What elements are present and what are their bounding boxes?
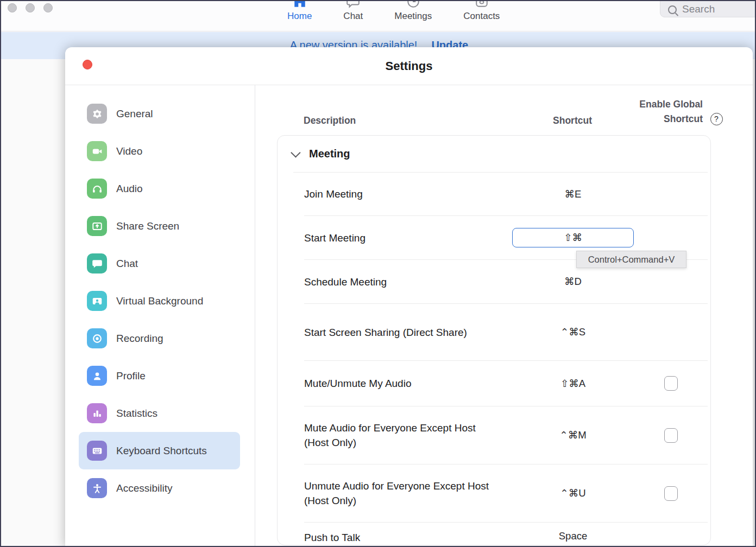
shortcut-row-push-to-talk: Push to Talk Space bbox=[278, 523, 710, 545]
headphones-icon bbox=[87, 179, 107, 199]
shortcut-row-start-screen-sharing: Start Screen Sharing (Direct Share) ⌃⌘S bbox=[278, 304, 710, 360]
row-description: Schedule Meeting bbox=[304, 275, 516, 289]
settings-sidebar: General Video Audio bbox=[65, 85, 255, 547]
row-description: Unmute Audio for Everyone Except Host (H… bbox=[304, 479, 516, 508]
row-description: Join Meeting bbox=[304, 187, 516, 201]
chevron-down-icon[interactable] bbox=[291, 148, 300, 157]
sidebar-item-label: Share Screen bbox=[116, 220, 179, 232]
app-topbar: Home Chat Meetings Contacts bbox=[1, 1, 756, 31]
sidebar-item-chat[interactable]: Chat bbox=[79, 245, 240, 282]
sidebar-item-label: Profile bbox=[116, 370, 146, 382]
global-shortcut-checkbox[interactable] bbox=[664, 428, 678, 443]
sidebar-item-label: Statistics bbox=[116, 408, 158, 419]
row-shortcut: ⌃⌘M bbox=[516, 429, 630, 441]
shortcut-row-join-meeting: Join Meeting ⌘E bbox=[278, 173, 710, 215]
shortcut-row-unmute-everyone: Unmute Audio for Everyone Except Host (H… bbox=[278, 465, 710, 522]
close-window-button[interactable] bbox=[8, 3, 17, 12]
search-input[interactable]: Search bbox=[660, 0, 756, 17]
keyboard-icon bbox=[87, 441, 107, 461]
screen: Home Chat Meetings Contacts bbox=[0, 0, 756, 547]
column-shortcut: Shortcut bbox=[515, 115, 629, 126]
row-shortcut: ⌃⌘U bbox=[516, 487, 630, 499]
search-placeholder: Search bbox=[682, 3, 715, 15]
column-description: Description bbox=[304, 115, 515, 126]
close-settings-button[interactable] bbox=[83, 60, 92, 69]
contact-card-icon bbox=[475, 1, 489, 10]
section-title: Meeting bbox=[309, 148, 350, 160]
sidebar-item-label: Recording bbox=[116, 333, 163, 345]
sidebar-item-label: Audio bbox=[116, 183, 143, 195]
chat-bubble-icon bbox=[346, 1, 360, 10]
sidebar-item-label: Accessibility bbox=[116, 482, 172, 494]
sidebar-item-label: Keyboard Shortcuts bbox=[116, 445, 207, 457]
sidebar-item-recording[interactable]: Recording bbox=[79, 320, 240, 357]
sidebar-item-label: Video bbox=[116, 145, 142, 157]
global-shortcut-checkbox[interactable] bbox=[664, 486, 678, 501]
sidebar-item-label: Chat bbox=[116, 258, 138, 270]
shortcut-row-mute-everyone: Mute Audio for Everyone Except Host (Hos… bbox=[278, 406, 710, 464]
main-nav: Home Chat Meetings Contacts bbox=[287, 1, 500, 22]
bar-chart-icon bbox=[87, 403, 107, 423]
record-circle-icon bbox=[87, 328, 107, 348]
row-shortcut: ⇧⌘A bbox=[516, 378, 630, 390]
settings-title: Settings bbox=[65, 47, 753, 85]
person-icon bbox=[87, 366, 107, 386]
sidebar-item-audio[interactable]: Audio bbox=[79, 170, 240, 207]
row-shortcut: ⌘D bbox=[516, 276, 630, 288]
sidebar-item-accessibility[interactable]: Accessibility bbox=[79, 469, 240, 507]
gear-icon bbox=[87, 104, 107, 124]
virtual-background-icon bbox=[87, 291, 107, 311]
zoom-window-button[interactable] bbox=[43, 3, 53, 12]
accessibility-icon bbox=[87, 478, 107, 498]
tab-chat[interactable]: Chat bbox=[343, 1, 363, 22]
section-meeting: Meeting bbox=[278, 136, 710, 172]
search-icon bbox=[668, 5, 677, 14]
clock-icon bbox=[406, 1, 420, 10]
minimize-window-button[interactable] bbox=[26, 3, 35, 12]
video-camera-icon bbox=[87, 141, 107, 161]
tab-label: Contacts bbox=[463, 11, 500, 22]
chat-bubble-icon bbox=[87, 253, 107, 274]
tab-meetings[interactable]: Meetings bbox=[394, 1, 432, 22]
row-description: Start Screen Sharing (Direct Share) bbox=[304, 325, 516, 340]
settings-window: Settings General Video bbox=[65, 47, 753, 547]
sidebar-item-video[interactable]: Video bbox=[79, 132, 240, 170]
row-shortcut: Space bbox=[516, 530, 630, 542]
sidebar-item-label: General bbox=[116, 108, 153, 120]
sidebar-item-virtual-background[interactable]: Virtual Background bbox=[79, 282, 240, 320]
tab-label: Home bbox=[287, 11, 312, 22]
help-icon[interactable]: ? bbox=[710, 113, 723, 125]
shortcut-tooltip: Control+Command+V bbox=[576, 251, 686, 268]
home-icon bbox=[293, 1, 307, 10]
sidebar-item-statistics[interactable]: Statistics bbox=[79, 395, 240, 432]
tab-contacts[interactable]: Contacts bbox=[463, 1, 500, 22]
sidebar-item-general[interactable]: General bbox=[79, 95, 240, 132]
sidebar-item-profile[interactable]: Profile bbox=[79, 357, 240, 395]
share-screen-icon bbox=[87, 216, 107, 236]
row-description: Mute Audio for Everyone Except Host (Hos… bbox=[304, 421, 516, 450]
settings-titlebar: Settings bbox=[65, 47, 753, 85]
row-description: Start Meeting bbox=[304, 231, 516, 245]
column-enable-global: Enable Global Shortcut bbox=[629, 97, 703, 126]
tab-home[interactable]: Home bbox=[287, 1, 312, 22]
shortcuts-content: Description Shortcut Enable Global Short… bbox=[255, 85, 753, 547]
shortcut-row-mute-unmute-audio: Mute/Unmute My Audio ⇧⌘A bbox=[278, 361, 710, 406]
global-shortcut-checkbox[interactable] bbox=[664, 376, 678, 391]
sidebar-item-share-screen[interactable]: Share Screen bbox=[79, 207, 240, 245]
row-shortcut: ⌃⌘S bbox=[516, 326, 630, 338]
shortcut-row-start-meeting: Start Meeting ⇧⌘ Control+Command+V bbox=[278, 216, 710, 259]
shortcuts-card: Meeting Join Meeting ⌘E Start Meeting ⇧⌘… bbox=[277, 135, 711, 545]
traffic-lights bbox=[8, 3, 53, 12]
column-headers: Description Shortcut Enable Global Short… bbox=[277, 85, 744, 135]
tab-label: Chat bbox=[343, 11, 363, 22]
row-shortcut: ⌘E bbox=[516, 188, 630, 200]
tab-label: Meetings bbox=[394, 11, 432, 22]
sidebar-item-label: Virtual Background bbox=[116, 295, 203, 307]
row-description: Mute/Unmute My Audio bbox=[304, 376, 516, 391]
shortcut-input[interactable]: ⇧⌘ bbox=[512, 228, 634, 247]
row-description: Push to Talk bbox=[304, 530, 516, 545]
sidebar-item-keyboard-shortcuts[interactable]: Keyboard Shortcuts bbox=[79, 432, 240, 469]
